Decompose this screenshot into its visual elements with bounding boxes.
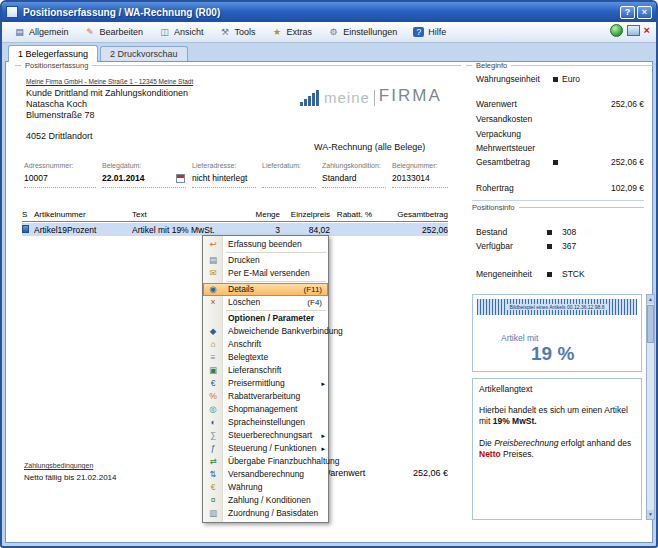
field-value[interactable]: Standard — [322, 173, 386, 185]
row-status-icon — [22, 225, 29, 233]
menu-item-optionen-parameter[interactable]: Optionen / Parameter — [203, 312, 328, 325]
menu-shortcut: (F4) — [307, 296, 322, 309]
info-value: 252,06 € — [611, 157, 644, 167]
info-scrollbar[interactable]: ▲ ▼ — [646, 294, 655, 520]
info-value: 308 — [562, 227, 576, 237]
tab-druckvorschau[interactable]: 2 Druckvorschau — [100, 46, 188, 62]
field-lieferadresse: Lieferadresse: nicht hinterlegt — [192, 162, 256, 188]
menu-shortcut: (F11) — [303, 283, 322, 296]
recipient-line: Kunde Drittland mit Zahlungskonditionen — [26, 88, 188, 98]
field-value[interactable]: 10007 — [24, 173, 96, 185]
field-value[interactable]: 22.01.2014 — [102, 173, 186, 185]
menu-ansicht[interactable]: ◫Ansicht — [151, 24, 212, 40]
info-row-rohertrag: Rohertrag 102,09 € — [476, 183, 644, 195]
menu-separator — [226, 310, 326, 311]
group-label: Positionserfassung — [21, 61, 92, 70]
divider — [472, 200, 644, 201]
field-value[interactable]: nicht hinterlegt — [192, 173, 256, 185]
submenu-arrow-icon: ▸ — [321, 442, 325, 455]
info-value: 367 — [562, 241, 576, 251]
menu-item-rabattverarbeitung[interactable]: %Rabattverarbeitung — [203, 390, 328, 403]
info-value: 252,06 € — [611, 99, 644, 109]
help-button[interactable]: ? — [620, 6, 635, 19]
preview-text: Artikel mit — [501, 333, 538, 343]
menu-tools[interactable]: ⚒Tools — [212, 24, 264, 40]
tabbar: 1 Belegerfassung 2 Druckvorschau — [2, 43, 656, 62]
menu-label: Bearbeiten — [100, 27, 144, 37]
field-zahlungskondition: Zahlungskondition: Standard — [322, 162, 386, 188]
menu-item-preisermittlung[interactable]: €Preisermittlung▸ — [203, 377, 328, 390]
cell-text: Artikel mit 19% MwSt. — [132, 225, 250, 235]
menu-label: Ansicht — [174, 27, 204, 37]
globe-icon[interactable] — [610, 24, 623, 37]
menu-einstellungen[interactable]: ⚙Einstellungen — [320, 24, 405, 40]
menu-item-label: Steuerberechnungsart — [228, 430, 312, 440]
menu-item-shopmanagement[interactable]: ◎Shopmanagement — [203, 403, 328, 416]
menu-item-anschrift[interactable]: ⌂Anschrift — [203, 338, 328, 351]
menu-item-belegtexte[interactable]: ≡Belegtexte — [203, 351, 328, 364]
menu-item-lieferanschrift[interactable]: ▣Lieferanschrift — [203, 364, 328, 377]
menu-item-label: Shopmanagement — [228, 404, 297, 414]
tab-belegerfassung[interactable]: 1 Belegerfassung — [8, 45, 98, 62]
menu-extras[interactable]: ★Extras — [264, 24, 321, 40]
cell-artikelnummer: Artikel19Prozent — [34, 225, 132, 235]
col-gesamtbetrag: Gesamtbetrag — [372, 210, 448, 219]
info-row-verpackung: Verpackung — [476, 129, 644, 141]
payment-terms-label: Zahlungsbedingungen — [24, 462, 93, 469]
menu-item-label: Löschen — [228, 297, 260, 307]
logo-bars-icon — [300, 90, 319, 106]
menu-bearbeiten[interactable]: ✎Bearbeiten — [77, 24, 152, 40]
recipient-line: Blumenstraße 78 — [26, 110, 95, 120]
menu-item-uebergabe-finanzbuchhaltung[interactable]: ⇄Übergabe Finanzbuchhaltung — [203, 455, 328, 468]
scroll-up-icon[interactable]: ▲ — [647, 295, 654, 304]
extras-icon: ★ — [272, 27, 283, 37]
field-lieferdatum: Lieferdatum: — [262, 162, 316, 188]
menu-item-zahlung-konditionen[interactable]: ¤Zahlung / Konditionen — [203, 494, 328, 507]
field-label: Belegdatum: — [102, 162, 186, 173]
menu-allgemein[interactable]: ▤Allgemein — [6, 24, 77, 40]
scroll-thumb[interactable] — [647, 305, 654, 343]
scroll-down-icon[interactable]: ▼ — [647, 510, 654, 519]
drilldown-button[interactable] — [553, 77, 558, 82]
drilldown-button[interactable] — [547, 244, 552, 249]
field-value[interactable]: 20133014 — [392, 173, 448, 185]
menu-item-waehrung[interactable]: €Währung — [203, 481, 328, 494]
exit-red-icon[interactable]: × — [644, 24, 650, 37]
menu-item-versandberechnung[interactable]: ⇅Versandberechnung — [203, 468, 328, 481]
menu-item-zuordnung-basisdaten[interactable]: ▥Zuordnung / Basisdaten — [203, 507, 328, 520]
info-row-mengeneinheit: Mengeneinheit STCK — [476, 269, 644, 281]
monitor-icon[interactable] — [627, 25, 640, 36]
menu-item-drucken[interactable]: ▤Drucken — [203, 254, 328, 267]
langtext-p1: Hierbei handelt es sich um einen Artikel… — [479, 405, 635, 427]
group-label: Beleginfo — [472, 61, 511, 70]
menu-item-loeschen[interactable]: ×Löschen(F4) — [203, 296, 328, 309]
menu-item-steuerberechnungsart[interactable]: ∑Steuerberechnungsart▸ — [203, 429, 328, 442]
menu-item-label: Währung — [228, 482, 263, 492]
menu-item-bankverbindung[interactable]: ◆Abweichende Bankverbindung — [203, 325, 328, 338]
col-artikelnummer: Artikelnummer — [34, 210, 132, 219]
info-row-gesamtbetrag: Gesamtbetrag 252,06 € — [476, 157, 644, 169]
app-window: Positionserfassung / WA-Rechnung (R00) ?… — [0, 0, 658, 548]
drilldown-button[interactable] — [553, 160, 558, 165]
field-adressnummer: Adressnummer: 10007 — [24, 162, 96, 188]
menu-item-spracheinstellungen[interactable]: ◐Spracheinstellungen — [203, 416, 328, 429]
artikellangtext-box: Artikellangtext Hierbei handelt es sich … — [472, 378, 642, 520]
allgemein-icon: ▤ — [14, 27, 25, 37]
close-button[interactable]: × — [637, 6, 652, 19]
menu-item-email-versenden[interactable]: ✉Per E-Mail versenden — [203, 267, 328, 280]
delete-icon: × — [206, 296, 220, 309]
menu-hilfe[interactable]: ?Hilfe — [405, 24, 454, 40]
calendar-icon[interactable] — [176, 174, 185, 183]
transfer-icon: ⇄ — [206, 455, 220, 468]
menu-item-details[interactable]: ◉Details(F11) — [203, 283, 328, 296]
window-title: Positionserfassung / WA-Rechnung (R00) — [23, 7, 618, 18]
menu-item-steuerung-funktionen[interactable]: ƒSteuerung / Funktionen▸ — [203, 442, 328, 455]
info-value: STCK — [562, 269, 585, 279]
field-value[interactable] — [262, 173, 316, 185]
menu-item-label: Preisermittlung — [228, 378, 285, 388]
context-menu: ↩Erfassung beenden ▤Drucken ✉Per E-Mail … — [202, 235, 329, 523]
menu-item-erfassung-beenden[interactable]: ↩Erfassung beenden — [203, 238, 328, 251]
drilldown-button[interactable] — [547, 272, 552, 277]
cell-status — [22, 225, 34, 235]
drilldown-button[interactable] — [547, 230, 552, 235]
